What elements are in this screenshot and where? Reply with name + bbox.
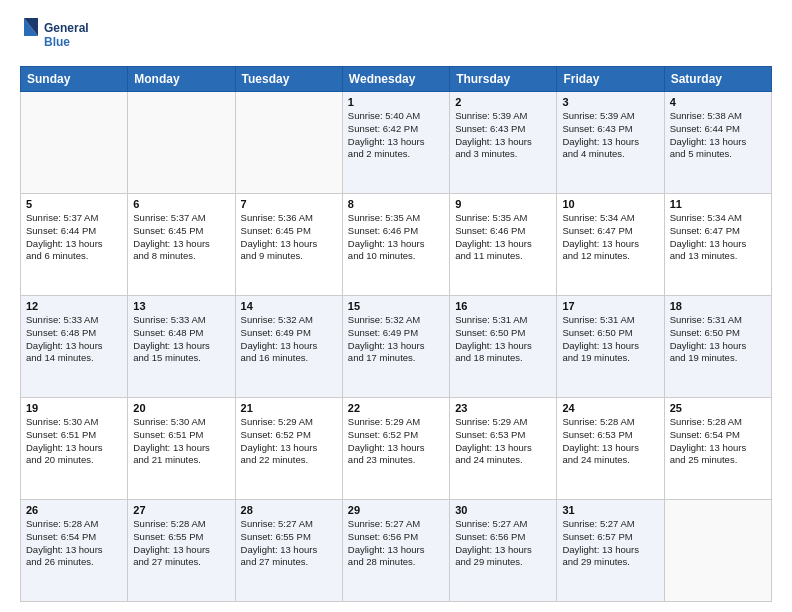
- col-header-wednesday: Wednesday: [342, 67, 449, 92]
- day-info: Sunrise: 5:31 AM Sunset: 6:50 PM Dayligh…: [455, 314, 551, 365]
- day-info: Sunrise: 5:28 AM Sunset: 6:54 PM Dayligh…: [670, 416, 766, 467]
- day-cell: 22Sunrise: 5:29 AM Sunset: 6:52 PM Dayli…: [342, 398, 449, 500]
- day-cell: 13Sunrise: 5:33 AM Sunset: 6:48 PM Dayli…: [128, 296, 235, 398]
- day-number: 11: [670, 198, 766, 210]
- day-cell: 27Sunrise: 5:28 AM Sunset: 6:55 PM Dayli…: [128, 500, 235, 602]
- day-number: 7: [241, 198, 337, 210]
- day-cell: [21, 92, 128, 194]
- col-header-friday: Friday: [557, 67, 664, 92]
- day-number: 4: [670, 96, 766, 108]
- day-number: 1: [348, 96, 444, 108]
- day-cell: [128, 92, 235, 194]
- day-info: Sunrise: 5:31 AM Sunset: 6:50 PM Dayligh…: [562, 314, 658, 365]
- day-cell: 7Sunrise: 5:36 AM Sunset: 6:45 PM Daylig…: [235, 194, 342, 296]
- day-cell: 17Sunrise: 5:31 AM Sunset: 6:50 PM Dayli…: [557, 296, 664, 398]
- day-number: 20: [133, 402, 229, 414]
- day-number: 24: [562, 402, 658, 414]
- calendar-table: SundayMondayTuesdayWednesdayThursdayFrid…: [20, 66, 772, 602]
- day-number: 5: [26, 198, 122, 210]
- week-row-2: 5Sunrise: 5:37 AM Sunset: 6:44 PM Daylig…: [21, 194, 772, 296]
- day-cell: 16Sunrise: 5:31 AM Sunset: 6:50 PM Dayli…: [450, 296, 557, 398]
- day-cell: 4Sunrise: 5:38 AM Sunset: 6:44 PM Daylig…: [664, 92, 771, 194]
- day-number: 27: [133, 504, 229, 516]
- day-info: Sunrise: 5:28 AM Sunset: 6:53 PM Dayligh…: [562, 416, 658, 467]
- day-cell: 25Sunrise: 5:28 AM Sunset: 6:54 PM Dayli…: [664, 398, 771, 500]
- day-cell: 29Sunrise: 5:27 AM Sunset: 6:56 PM Dayli…: [342, 500, 449, 602]
- page: General Blue SundayMondayTuesdayWednesda…: [0, 0, 792, 612]
- day-info: Sunrise: 5:28 AM Sunset: 6:55 PM Dayligh…: [133, 518, 229, 569]
- day-number: 8: [348, 198, 444, 210]
- day-number: 30: [455, 504, 551, 516]
- day-number: 31: [562, 504, 658, 516]
- day-info: Sunrise: 5:31 AM Sunset: 6:50 PM Dayligh…: [670, 314, 766, 365]
- day-cell: 15Sunrise: 5:32 AM Sunset: 6:49 PM Dayli…: [342, 296, 449, 398]
- day-info: Sunrise: 5:33 AM Sunset: 6:48 PM Dayligh…: [133, 314, 229, 365]
- day-info: Sunrise: 5:32 AM Sunset: 6:49 PM Dayligh…: [241, 314, 337, 365]
- day-info: Sunrise: 5:28 AM Sunset: 6:54 PM Dayligh…: [26, 518, 122, 569]
- day-number: 12: [26, 300, 122, 312]
- day-number: 16: [455, 300, 551, 312]
- day-info: Sunrise: 5:39 AM Sunset: 6:43 PM Dayligh…: [562, 110, 658, 161]
- day-number: 9: [455, 198, 551, 210]
- day-number: 25: [670, 402, 766, 414]
- day-info: Sunrise: 5:34 AM Sunset: 6:47 PM Dayligh…: [670, 212, 766, 263]
- day-number: 10: [562, 198, 658, 210]
- day-cell: 5Sunrise: 5:37 AM Sunset: 6:44 PM Daylig…: [21, 194, 128, 296]
- day-info: Sunrise: 5:27 AM Sunset: 6:56 PM Dayligh…: [455, 518, 551, 569]
- day-number: 28: [241, 504, 337, 516]
- day-cell: 24Sunrise: 5:28 AM Sunset: 6:53 PM Dayli…: [557, 398, 664, 500]
- col-header-monday: Monday: [128, 67, 235, 92]
- svg-text:General: General: [44, 21, 89, 35]
- day-number: 17: [562, 300, 658, 312]
- day-number: 29: [348, 504, 444, 516]
- day-cell: 28Sunrise: 5:27 AM Sunset: 6:55 PM Dayli…: [235, 500, 342, 602]
- day-number: 18: [670, 300, 766, 312]
- logo: General Blue: [20, 16, 90, 58]
- day-info: Sunrise: 5:34 AM Sunset: 6:47 PM Dayligh…: [562, 212, 658, 263]
- svg-text:Blue: Blue: [44, 35, 70, 49]
- day-cell: 31Sunrise: 5:27 AM Sunset: 6:57 PM Dayli…: [557, 500, 664, 602]
- week-row-4: 19Sunrise: 5:30 AM Sunset: 6:51 PM Dayli…: [21, 398, 772, 500]
- week-row-1: 1Sunrise: 5:40 AM Sunset: 6:42 PM Daylig…: [21, 92, 772, 194]
- day-cell: 11Sunrise: 5:34 AM Sunset: 6:47 PM Dayli…: [664, 194, 771, 296]
- day-cell: 14Sunrise: 5:32 AM Sunset: 6:49 PM Dayli…: [235, 296, 342, 398]
- day-info: Sunrise: 5:30 AM Sunset: 6:51 PM Dayligh…: [133, 416, 229, 467]
- day-info: Sunrise: 5:27 AM Sunset: 6:55 PM Dayligh…: [241, 518, 337, 569]
- day-cell: 30Sunrise: 5:27 AM Sunset: 6:56 PM Dayli…: [450, 500, 557, 602]
- day-cell: 26Sunrise: 5:28 AM Sunset: 6:54 PM Dayli…: [21, 500, 128, 602]
- day-cell: 19Sunrise: 5:30 AM Sunset: 6:51 PM Dayli…: [21, 398, 128, 500]
- day-info: Sunrise: 5:29 AM Sunset: 6:52 PM Dayligh…: [348, 416, 444, 467]
- day-info: Sunrise: 5:35 AM Sunset: 6:46 PM Dayligh…: [348, 212, 444, 263]
- day-cell: 6Sunrise: 5:37 AM Sunset: 6:45 PM Daylig…: [128, 194, 235, 296]
- day-number: 26: [26, 504, 122, 516]
- day-info: Sunrise: 5:32 AM Sunset: 6:49 PM Dayligh…: [348, 314, 444, 365]
- day-number: 6: [133, 198, 229, 210]
- day-info: Sunrise: 5:29 AM Sunset: 6:53 PM Dayligh…: [455, 416, 551, 467]
- day-info: Sunrise: 5:27 AM Sunset: 6:56 PM Dayligh…: [348, 518, 444, 569]
- day-info: Sunrise: 5:40 AM Sunset: 6:42 PM Dayligh…: [348, 110, 444, 161]
- day-number: 2: [455, 96, 551, 108]
- day-cell: 23Sunrise: 5:29 AM Sunset: 6:53 PM Dayli…: [450, 398, 557, 500]
- day-number: 14: [241, 300, 337, 312]
- day-info: Sunrise: 5:29 AM Sunset: 6:52 PM Dayligh…: [241, 416, 337, 467]
- col-header-saturday: Saturday: [664, 67, 771, 92]
- day-cell: 3Sunrise: 5:39 AM Sunset: 6:43 PM Daylig…: [557, 92, 664, 194]
- day-info: Sunrise: 5:35 AM Sunset: 6:46 PM Dayligh…: [455, 212, 551, 263]
- day-number: 22: [348, 402, 444, 414]
- day-info: Sunrise: 5:37 AM Sunset: 6:45 PM Dayligh…: [133, 212, 229, 263]
- day-cell: 1Sunrise: 5:40 AM Sunset: 6:42 PM Daylig…: [342, 92, 449, 194]
- day-info: Sunrise: 5:27 AM Sunset: 6:57 PM Dayligh…: [562, 518, 658, 569]
- day-info: Sunrise: 5:33 AM Sunset: 6:48 PM Dayligh…: [26, 314, 122, 365]
- col-header-sunday: Sunday: [21, 67, 128, 92]
- day-cell: [235, 92, 342, 194]
- day-cell: 10Sunrise: 5:34 AM Sunset: 6:47 PM Dayli…: [557, 194, 664, 296]
- day-cell: 12Sunrise: 5:33 AM Sunset: 6:48 PM Dayli…: [21, 296, 128, 398]
- day-info: Sunrise: 5:39 AM Sunset: 6:43 PM Dayligh…: [455, 110, 551, 161]
- week-row-3: 12Sunrise: 5:33 AM Sunset: 6:48 PM Dayli…: [21, 296, 772, 398]
- day-cell: 8Sunrise: 5:35 AM Sunset: 6:46 PM Daylig…: [342, 194, 449, 296]
- logo-svg: General Blue: [20, 16, 90, 58]
- col-header-thursday: Thursday: [450, 67, 557, 92]
- day-cell: 2Sunrise: 5:39 AM Sunset: 6:43 PM Daylig…: [450, 92, 557, 194]
- day-number: 21: [241, 402, 337, 414]
- day-info: Sunrise: 5:38 AM Sunset: 6:44 PM Dayligh…: [670, 110, 766, 161]
